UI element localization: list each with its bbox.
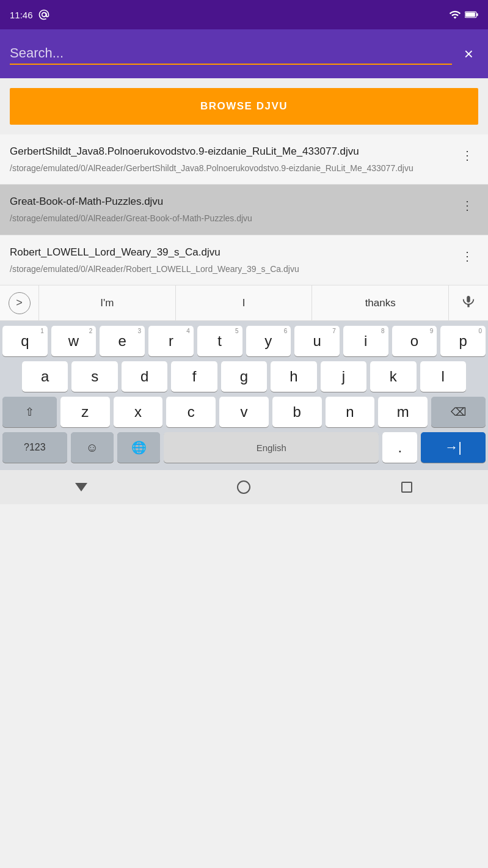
file-path: /storage/emulated/0/AlReader/Robert_LOWE… — [10, 263, 456, 276]
key-l[interactable]: l — [420, 361, 466, 392]
home-button[interactable] — [225, 475, 262, 499]
key-p[interactable]: 0 p — [440, 326, 486, 356]
file-name: Robert_LOWELL_Lord_Weary_39_s_Ca.djvu — [10, 245, 456, 260]
at-icon — [38, 9, 50, 21]
key-i[interactable]: 8 i — [343, 326, 388, 356]
key-h[interactable]: h — [271, 361, 316, 392]
globe-key[interactable]: 🌐 — [117, 432, 160, 463]
backspace-key[interactable]: ⌫ — [431, 397, 486, 427]
recents-button[interactable] — [388, 475, 425, 499]
symbols-key[interactable]: ?123 — [2, 432, 67, 463]
key-q[interactable]: 1 q — [2, 326, 48, 356]
key-d[interactable]: d — [122, 361, 167, 392]
key-u[interactable]: 7 u — [294, 326, 340, 356]
space-label: English — [257, 443, 286, 453]
suggestion-thanks[interactable]: thanks — [312, 285, 449, 320]
key-c[interactable]: c — [166, 397, 216, 427]
key-j[interactable]: j — [321, 361, 366, 392]
search-underline — [10, 64, 452, 65]
suggestion-im[interactable]: I'm — [39, 285, 176, 320]
file-name: Great-Book-of-Math-Puzzles.djvu — [10, 194, 456, 209]
signal-icon — [449, 9, 461, 21]
mic-button[interactable] — [449, 285, 488, 320]
more-options-button[interactable]: ⋮ — [456, 246, 478, 266]
keyboard-row-2: a s d f g h j k l — [2, 361, 486, 392]
shift-key[interactable]: ⇧ — [2, 397, 57, 427]
key-r[interactable]: 4 r — [148, 326, 194, 356]
search-input[interactable] — [10, 43, 452, 64]
key-m[interactable]: m — [378, 397, 428, 427]
key-v[interactable]: v — [219, 397, 269, 427]
key-a[interactable]: a — [22, 361, 68, 392]
file-info: GerbertShildt_Java8.Polnoerukovodstvo.9-… — [10, 144, 456, 174]
search-input-wrapper[interactable] — [10, 43, 452, 65]
time-display: 11:46 — [10, 10, 33, 20]
key-b[interactable]: b — [272, 397, 322, 427]
more-options-button[interactable]: ⋮ — [456, 196, 478, 215]
keyboard-row-4: ?123 ☺ 🌐 English . →| — [2, 432, 486, 463]
status-bar-right — [449, 9, 478, 21]
file-item[interactable]: GerbertShildt_Java8.Polnoerukovodstvo.9-… — [0, 134, 488, 185]
key-k[interactable]: k — [370, 361, 416, 392]
key-s[interactable]: s — [71, 361, 117, 392]
key-z[interactable]: z — [60, 397, 110, 427]
emoji-key[interactable]: ☺ — [71, 432, 114, 463]
status-bar: 11:46 — [0, 0, 488, 29]
suggestion-i[interactable]: I — [176, 285, 313, 320]
expand-suggestions[interactable]: > — [0, 285, 39, 320]
keyboard-row-1: 1 q 2 w 3 e 4 r 5 t 6 y 7 u 8 i — [2, 326, 486, 356]
more-options-button[interactable]: ⋮ — [456, 145, 478, 165]
keyboard-row-3: ⇧ z x c v b n m ⌫ — [2, 397, 486, 427]
file-item[interactable]: Robert_LOWELL_Lord_Weary_39_s_Ca.djvu /s… — [0, 235, 488, 285]
key-n[interactable]: n — [326, 397, 375, 427]
status-bar-left: 11:46 — [10, 9, 50, 21]
keyboard: 1 q 2 w 3 e 4 r 5 t 6 y 7 u 8 i — [0, 321, 488, 470]
back-icon — [75, 483, 87, 491]
battery-icon — [465, 10, 478, 20]
file-name: GerbertShildt_Java8.Polnoerukovodstvo.9-… — [10, 144, 456, 159]
key-w[interactable]: 2 w — [51, 326, 97, 356]
svg-rect-1 — [476, 13, 478, 17]
key-t[interactable]: 5 t — [197, 326, 242, 356]
nav-bar — [0, 470, 488, 504]
microphone-icon — [462, 295, 475, 312]
enter-key[interactable]: →| — [421, 432, 486, 463]
key-g[interactable]: g — [221, 361, 267, 392]
key-y[interactable]: 6 y — [246, 326, 291, 356]
expand-arrow: > — [16, 296, 23, 309]
search-bar: × — [0, 29, 488, 78]
file-list: GerbertShildt_Java8.Polnoerukovodstvo.9-… — [0, 134, 488, 285]
browse-djvu-button[interactable]: BROWSE DJVU — [10, 88, 478, 125]
svg-rect-2 — [465, 12, 475, 17]
file-path: /storage/emulated/0/AlReader/GerbertShil… — [10, 163, 456, 175]
key-f[interactable]: f — [171, 361, 217, 392]
file-info: Great-Book-of-Math-Puzzles.djvu /storage… — [10, 194, 456, 224]
file-path: /storage/emulated/0/AlReader/Great-Book-… — [10, 213, 456, 225]
key-x[interactable]: x — [114, 397, 163, 427]
file-item[interactable]: Great-Book-of-Math-Puzzles.djvu /storage… — [0, 185, 488, 235]
recents-icon — [401, 482, 412, 493]
space-key[interactable]: English — [164, 432, 379, 463]
back-button[interactable] — [63, 475, 100, 499]
period-key[interactable]: . — [382, 432, 417, 463]
expand-icon[interactable]: > — [9, 292, 31, 314]
key-o[interactable]: 9 o — [392, 326, 437, 356]
home-icon — [237, 480, 250, 494]
file-info: Robert_LOWELL_Lord_Weary_39_s_Ca.djvu /s… — [10, 245, 456, 275]
keyboard-suggestions: > I'm I thanks — [0, 285, 488, 321]
close-button[interactable]: × — [459, 40, 478, 68]
key-e[interactable]: 3 e — [100, 326, 145, 356]
